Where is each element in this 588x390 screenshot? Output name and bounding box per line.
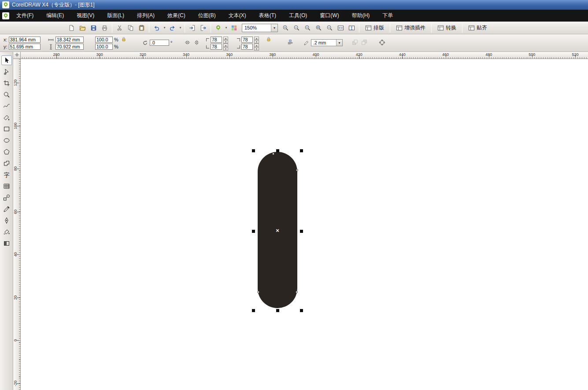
spinner-up-button[interactable]: ▲ bbox=[223, 44, 228, 47]
wrap-paragraph-text-button[interactable] bbox=[286, 39, 294, 46]
redo-button-dropdown-arrow[interactable]: ▾ bbox=[178, 23, 183, 33]
polygon-tool[interactable] bbox=[1, 147, 12, 157]
menu-item[interactable]: 文件(F) bbox=[12, 9, 38, 22]
ruler-origin[interactable] bbox=[13, 52, 21, 59]
shape-tool[interactable] bbox=[1, 67, 12, 77]
spinner-up-button[interactable]: ▲ bbox=[223, 37, 228, 40]
vertical-ruler[interactable]: 120100806040200-20 bbox=[13, 59, 21, 390]
zoom-to-all-objects-button[interactable] bbox=[324, 23, 335, 33]
zengqiang-chajian-button[interactable]: 增强插件 bbox=[392, 23, 429, 33]
curve-node[interactable] bbox=[296, 169, 298, 171]
ellipse-tool[interactable] bbox=[1, 136, 12, 145]
cut-button[interactable] bbox=[114, 23, 125, 33]
object-height-input[interactable] bbox=[55, 44, 84, 50]
zoom-level-combo[interactable]: 150%▾ bbox=[242, 24, 278, 32]
menu-item[interactable]: 帮助(H) bbox=[348, 9, 374, 22]
menu-item[interactable]: 表格(T) bbox=[255, 9, 281, 22]
menu-item[interactable]: 编辑(E) bbox=[42, 9, 68, 22]
selection-handle[interactable] bbox=[276, 149, 279, 152]
lock-ratio-button[interactable] bbox=[120, 36, 128, 43]
menu-item[interactable]: 效果(C) bbox=[163, 9, 190, 22]
menu-item[interactable]: 工具(O) bbox=[285, 9, 311, 22]
smart-fill-tool[interactable] bbox=[1, 113, 12, 122]
zoom-one-to-one-button[interactable] bbox=[302, 23, 313, 33]
selection-handle[interactable] bbox=[252, 149, 255, 152]
outline-pen-tool[interactable] bbox=[1, 216, 12, 225]
save-button[interactable] bbox=[88, 23, 99, 33]
basic-shapes-tool[interactable] bbox=[1, 158, 12, 168]
selection-handle[interactable] bbox=[252, 309, 255, 312]
welcome-screen-button[interactable] bbox=[229, 23, 240, 33]
tieqi-button[interactable]: 贴齐 bbox=[464, 23, 491, 33]
crop-tool[interactable] bbox=[1, 78, 12, 88]
menu-item[interactable]: 视图(V) bbox=[72, 9, 99, 22]
to-front-button[interactable] bbox=[351, 39, 359, 46]
rotation-angle-input[interactable] bbox=[150, 40, 169, 46]
paste-button[interactable] bbox=[136, 23, 147, 33]
selection-handle[interactable] bbox=[300, 149, 303, 152]
redo-button[interactable] bbox=[167, 23, 178, 33]
fill-tool[interactable] bbox=[1, 227, 12, 237]
interactive-fill-tool[interactable] bbox=[1, 239, 12, 248]
corner-radius-bottom-left-input[interactable] bbox=[211, 44, 222, 50]
export-button[interactable] bbox=[198, 23, 209, 33]
print-button[interactable] bbox=[99, 23, 110, 33]
text-tool[interactable]: 字 bbox=[1, 170, 12, 180]
table-tool[interactable] bbox=[1, 181, 12, 191]
zoom-in-button[interactable] bbox=[280, 23, 291, 33]
zoom-page-height-button[interactable] bbox=[346, 23, 357, 33]
paiban-button[interactable]: 排版 bbox=[361, 23, 388, 33]
x-position-input[interactable] bbox=[9, 37, 41, 43]
spinner-up-button[interactable]: ▲ bbox=[254, 44, 259, 47]
object-width-input[interactable] bbox=[55, 37, 84, 43]
import-button[interactable] bbox=[187, 23, 198, 33]
pick-tool[interactable] bbox=[1, 55, 12, 65]
zoom-tool[interactable] bbox=[1, 90, 12, 99]
zoom-to-selected-button[interactable] bbox=[313, 23, 324, 33]
application-launcher-button-dropdown-arrow[interactable]: ▾ bbox=[224, 23, 229, 33]
convert-to-curves-button[interactable] bbox=[378, 39, 386, 46]
mirror-horizontal-button[interactable] bbox=[183, 39, 191, 46]
selection-center-marker[interactable]: × bbox=[276, 227, 279, 233]
menu-item[interactable]: 文本(X) bbox=[224, 9, 251, 22]
spinner-down-button[interactable]: ▼ bbox=[223, 47, 228, 51]
corner-radius-top-left-input[interactable] bbox=[211, 37, 222, 43]
selection-handle[interactable] bbox=[252, 230, 255, 233]
copy-button[interactable] bbox=[125, 23, 136, 33]
scale-vertical-input[interactable] bbox=[95, 44, 113, 50]
menu-item[interactable]: 排列(A) bbox=[133, 9, 159, 22]
scale-horizontal-input[interactable] bbox=[95, 37, 113, 43]
undo-button[interactable] bbox=[151, 23, 162, 33]
zoom-page-width-button[interactable] bbox=[335, 23, 346, 33]
new-document-button[interactable] bbox=[66, 23, 77, 33]
spinner-down-button[interactable]: ▼ bbox=[254, 40, 259, 44]
mirror-vertical-button[interactable] bbox=[192, 39, 200, 46]
y-position-input[interactable] bbox=[9, 44, 41, 50]
spinner-down-button[interactable]: ▼ bbox=[223, 40, 228, 44]
zoom-dropdown-arrow[interactable]: ▾ bbox=[271, 24, 277, 32]
horizontal-ruler[interactable]: 280300320340360380400420440460480500520 bbox=[21, 52, 588, 59]
open-button[interactable] bbox=[77, 23, 88, 33]
interactive-blend-tool[interactable] bbox=[1, 193, 12, 202]
selection-handle[interactable] bbox=[300, 309, 303, 312]
eyedropper-tool[interactable] bbox=[1, 204, 12, 214]
outline-width-combo[interactable]: .2 mm ▾ bbox=[311, 39, 343, 46]
selection-handle[interactable] bbox=[276, 309, 279, 312]
menu-item[interactable]: 位图(B) bbox=[194, 9, 220, 22]
zoom-out-button[interactable] bbox=[291, 23, 302, 33]
spinner-down-button[interactable]: ▼ bbox=[254, 47, 259, 51]
freehand-tool[interactable] bbox=[1, 101, 12, 111]
corner-radius-top-right-input[interactable] bbox=[241, 37, 253, 43]
curve-node[interactable] bbox=[272, 153, 274, 155]
spinner-up-button[interactable]: ▲ bbox=[254, 37, 259, 40]
menu-item[interactable]: 版面(L) bbox=[103, 9, 129, 22]
rectangle-tool[interactable] bbox=[1, 124, 12, 134]
menu-item[interactable]: 下单 bbox=[378, 9, 397, 22]
to-back-button[interactable] bbox=[360, 39, 368, 46]
zhuanhuan-button[interactable]: 转换 bbox=[433, 23, 460, 33]
application-launcher-button[interactable] bbox=[213, 23, 224, 33]
outline-width-dropdown-arrow[interactable]: ▾ bbox=[336, 40, 342, 46]
selection-handle[interactable] bbox=[300, 230, 303, 233]
curve-node[interactable] bbox=[257, 291, 259, 293]
menu-item[interactable]: 窗口(W) bbox=[315, 9, 343, 22]
